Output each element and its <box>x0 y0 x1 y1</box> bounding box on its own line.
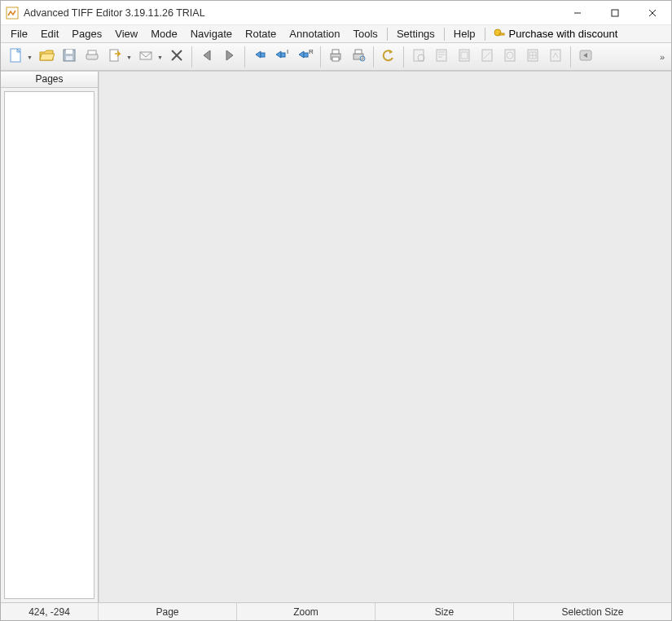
svg-rect-23 <box>332 50 339 54</box>
menu-settings[interactable]: Settings <box>390 26 441 42</box>
page-tool-icon <box>525 47 541 66</box>
undo-icon <box>380 47 397 66</box>
print-button[interactable] <box>324 46 347 68</box>
rotate-left-icon <box>252 47 268 66</box>
rotate-r-icon: R <box>296 47 314 66</box>
svg-rect-12 <box>88 50 96 55</box>
menu-mode[interactable]: Mode <box>144 26 184 42</box>
send-button[interactable]: ▼ <box>103 46 126 68</box>
tool-f-button[interactable] <box>521 46 544 68</box>
dropdown-arrow-icon: ▼ <box>126 55 132 60</box>
dropdown-arrow-icon: ▼ <box>27 55 33 60</box>
menu-rotate[interactable]: Rotate <box>239 26 283 42</box>
menu-annotation[interactable]: Annotation <box>283 26 346 42</box>
page-tool-icon <box>456 47 472 66</box>
close-button[interactable] <box>634 1 671 25</box>
menu-separator <box>485 28 485 41</box>
status-page: Page <box>99 603 237 620</box>
rotate-i-button[interactable]: I <box>271 46 294 68</box>
toolbar-separator <box>570 46 571 68</box>
back-grey-icon <box>578 47 594 66</box>
toolbar-separator <box>373 46 374 68</box>
tool-c-button[interactable] <box>453 46 476 68</box>
open-button[interactable] <box>35 46 58 68</box>
back-grey-button[interactable] <box>574 46 597 68</box>
arrow-right-icon <box>222 47 238 66</box>
print-icon <box>327 47 344 66</box>
menu-navigate[interactable]: Navigate <box>184 26 239 42</box>
menu-pages[interactable]: Pages <box>65 26 108 42</box>
rotate-i-icon: I <box>274 47 292 66</box>
arrow-left-icon <box>199 47 215 66</box>
save-button[interactable] <box>58 46 81 68</box>
tool-g-button[interactable] <box>544 46 567 68</box>
menu-edit[interactable]: Edit <box>34 26 65 42</box>
toolbar-separator <box>191 46 192 68</box>
toolbar-overflow[interactable]: » <box>657 52 668 62</box>
menu-separator <box>444 28 445 41</box>
svg-rect-20 <box>304 53 308 57</box>
rotate-left-button[interactable] <box>248 46 271 68</box>
pages-sidebar-header: Pages <box>1 72 98 88</box>
svg-rect-37 <box>551 50 560 61</box>
menubar: File Edit Pages View Mode Navigate Rotat… <box>1 25 671 43</box>
tool-a-button[interactable] <box>407 46 430 68</box>
toolbar-separator <box>320 46 321 68</box>
toolbar-separator <box>244 46 245 68</box>
svg-rect-13 <box>110 50 118 61</box>
status-zoom: Zoom <box>237 603 376 620</box>
main-area: Pages <box>1 71 671 602</box>
menu-help[interactable]: Help <box>447 26 482 42</box>
status-selection: Selection Size <box>514 603 671 620</box>
undo-button[interactable] <box>377 46 400 68</box>
toolbar-separator <box>403 46 404 68</box>
rotate-r-button[interactable]: R <box>294 46 317 68</box>
menu-purchase[interactable]: Purchase with discount <box>488 26 623 42</box>
tool-b-button[interactable] <box>430 46 453 68</box>
svg-rect-24 <box>332 57 339 61</box>
svg-rect-26 <box>355 50 362 54</box>
scan-button[interactable] <box>81 46 103 68</box>
svg-rect-18 <box>281 53 285 57</box>
svg-rect-6 <box>499 33 504 35</box>
minimize-button[interactable] <box>559 1 596 25</box>
delete-button[interactable] <box>165 46 188 68</box>
svg-rect-30 <box>437 50 446 61</box>
save-disk-icon <box>61 47 77 66</box>
menu-tools[interactable]: Tools <box>347 26 384 42</box>
page-tool-icon <box>502 47 518 66</box>
svg-text:R: R <box>309 48 314 55</box>
menu-purchase-label: Purchase with discount <box>509 28 618 40</box>
next-button[interactable] <box>218 46 241 68</box>
menu-file[interactable]: File <box>4 26 34 42</box>
svg-rect-10 <box>66 56 72 60</box>
tool-e-button[interactable] <box>499 46 521 68</box>
print-preview-icon <box>350 47 367 66</box>
pages-sidebar: Pages <box>1 72 99 602</box>
new-button[interactable]: ▼ <box>4 46 27 68</box>
prev-button[interactable] <box>195 46 218 68</box>
open-folder-icon <box>38 47 55 66</box>
dropdown-arrow-icon: ▼ <box>157 55 163 60</box>
send-page-icon <box>107 47 123 66</box>
mail-button[interactable]: ▼ <box>134 46 157 68</box>
pages-thumbnail-list[interactable] <box>4 91 94 599</box>
svg-rect-17 <box>261 53 265 57</box>
mail-icon <box>138 47 154 66</box>
page-tool-icon <box>547 47 564 66</box>
status-size: Size <box>376 603 514 620</box>
page-tool-icon <box>433 47 450 66</box>
maximize-button[interactable] <box>596 1 634 25</box>
page-tool-icon <box>411 47 427 66</box>
toolbar: ▼ ▼ ▼ I R <box>1 43 671 71</box>
status-coords: 424, -294 <box>1 603 99 620</box>
titlebar: Advanced TIFF Editor 3.19.11.26 TRIAL <box>1 1 671 25</box>
key-icon <box>493 28 506 41</box>
print-preview-button[interactable] <box>347 46 370 68</box>
document-canvas[interactable] <box>99 72 671 602</box>
new-doc-icon <box>7 47 24 66</box>
tool-d-button[interactable] <box>476 46 499 68</box>
page-tool-icon <box>479 47 495 66</box>
scanner-icon <box>84 47 100 66</box>
menu-view[interactable]: View <box>108 26 144 42</box>
